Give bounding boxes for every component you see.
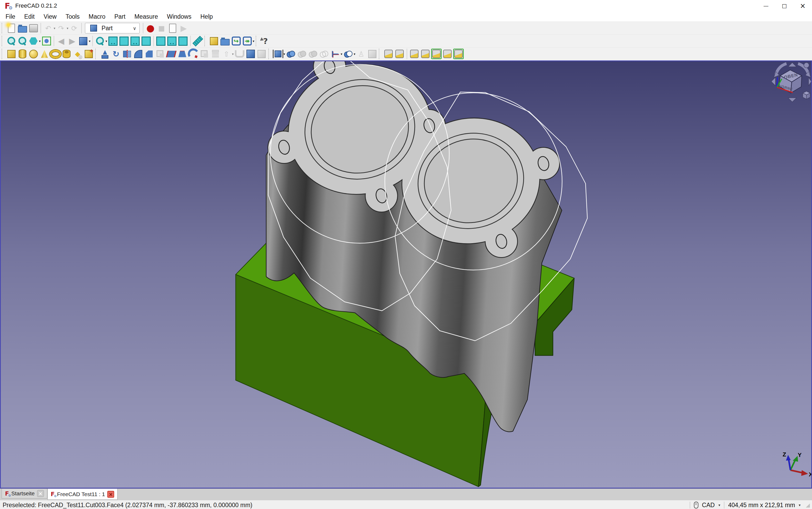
- view-bottom-button[interactable]: [166, 35, 177, 47]
- mirror-button[interactable]: [122, 48, 133, 60]
- color-per-face-button[interactable]: [256, 48, 267, 60]
- nav-back-button[interactable]: ◀: [56, 35, 67, 47]
- window-close-button[interactable]: ×: [793, 0, 812, 11]
- macro-record-button[interactable]: ●: [145, 22, 156, 34]
- extrude-button[interactable]: ▲: [99, 48, 110, 60]
- measure-clear-all-button[interactable]: ×: [420, 48, 431, 60]
- loft-button[interactable]: [177, 48, 188, 60]
- view-front-button[interactable]: [119, 35, 130, 47]
- view-dimensions[interactable]: 404,45 mm x 212,91 mm: [728, 502, 795, 509]
- toolbar-drag-handle[interactable]: [2, 23, 4, 33]
- tab-freecad-test11-1[interactable]: FFreeCAD Test11 : 1×: [47, 489, 118, 500]
- chevron-down-icon[interactable]: ▾: [718, 503, 720, 507]
- nav-style-selector[interactable]: CAD: [702, 502, 715, 509]
- fillet-button[interactable]: [133, 48, 143, 60]
- ruled-surface-button[interactable]: [166, 48, 177, 60]
- open-document-button[interactable]: [17, 22, 28, 34]
- shape-builder-button[interactable]: [83, 48, 94, 60]
- box-zoom-button[interactable]: [41, 35, 52, 47]
- measure-linear-button[interactable]: [383, 48, 394, 60]
- undo-button[interactable]: ↶▾: [43, 22, 56, 34]
- cross-sections-button[interactable]: [210, 48, 221, 60]
- chamfer-button[interactable]: [143, 48, 155, 60]
- view-sync-button[interactable]: ▾: [94, 35, 107, 47]
- create-part-button[interactable]: [208, 35, 220, 47]
- join-connect-button[interactable]: ⊢▾: [330, 48, 343, 60]
- boolean-operation-button[interactable]: [319, 48, 330, 60]
- measure-distance-button[interactable]: [192, 35, 203, 47]
- menu-part[interactable]: Part: [110, 11, 130, 22]
- macro-edit-button[interactable]: ✎: [167, 22, 178, 34]
- whats-this-button[interactable]: ?: [260, 35, 271, 47]
- defeaturing-button[interactable]: ♙: [356, 48, 367, 60]
- window-maximize-button[interactable]: □: [775, 0, 793, 11]
- view-rear-button[interactable]: [156, 35, 166, 47]
- view-top-button[interactable]: [130, 35, 141, 47]
- toolbar-drag-handle[interactable]: [256, 36, 258, 46]
- toolbar-drag-handle[interactable]: [95, 48, 98, 59]
- menu-view[interactable]: View: [39, 11, 61, 22]
- fit-all-button[interactable]: [6, 35, 17, 47]
- menu-help[interactable]: Help: [196, 11, 217, 22]
- boolean-union-button[interactable]: [285, 48, 296, 60]
- revolve-button[interactable]: ↻: [110, 48, 122, 60]
- toolbar-drag-handle[interactable]: [204, 36, 207, 46]
- window-minimize-button[interactable]: —: [757, 0, 775, 11]
- primitive-sphere-button[interactable]: [28, 48, 39, 60]
- make-link-button[interactable]: ↪: [231, 35, 242, 47]
- tab-close-button[interactable]: ×: [37, 490, 44, 497]
- toolbar-drag-handle[interactable]: [268, 48, 271, 59]
- draw-style-button[interactable]: ⊘▾: [28, 35, 41, 47]
- primitive-cylinder-button[interactable]: [17, 48, 28, 60]
- view-isometric-button[interactable]: ▾: [78, 35, 91, 47]
- thickness-button[interactable]: [234, 48, 245, 60]
- offset-button[interactable]: ⇧▾: [221, 48, 234, 60]
- boolean-common-button[interactable]: [307, 48, 319, 60]
- refine-shape-button[interactable]: ↶: [367, 48, 378, 60]
- split-slice-button[interactable]: ▾: [343, 48, 356, 60]
- toolbar-drag-handle[interactable]: [2, 48, 4, 59]
- nav-freemode-circle[interactable]: [804, 63, 809, 68]
- primitive-tube-button[interactable]: [61, 48, 72, 60]
- boolean-cut-button[interactable]: [296, 48, 307, 60]
- primitive-box-button[interactable]: [6, 48, 17, 60]
- menu-macro[interactable]: Macro: [84, 11, 110, 22]
- make-sub-link-button[interactable]: ↠▾: [242, 35, 255, 47]
- tab-startseite[interactable]: FStartseite×: [2, 489, 47, 499]
- nav-forward-button[interactable]: ▶: [67, 35, 78, 47]
- view-axonometric-button[interactable]: [107, 35, 119, 47]
- menu-file[interactable]: File: [1, 11, 20, 22]
- measure-refresh-button[interactable]: ↻: [409, 48, 420, 60]
- macro-stop-button[interactable]: ■: [156, 22, 167, 34]
- primitive-cone-button[interactable]: [39, 48, 50, 60]
- macro-play-button[interactable]: ▶: [178, 22, 189, 34]
- make-face-button[interactable]: [155, 48, 166, 60]
- toolbar-drag-handle[interactable]: [2, 36, 4, 46]
- fit-selection-button[interactable]: [17, 35, 28, 47]
- view-right-button[interactable]: [141, 35, 152, 47]
- nav-mini-cube[interactable]: [803, 91, 810, 99]
- measure-angular-button[interactable]: ∠: [394, 48, 405, 60]
- workbench-selector[interactable]: Part∨: [85, 23, 140, 33]
- measure-toggle-all-button[interactable]: ╱: [431, 48, 442, 60]
- sweep-button[interactable]: [188, 48, 199, 60]
- redo-button[interactable]: ↷▾: [56, 22, 69, 34]
- measure-toggle-delta-button[interactable]: [453, 48, 464, 60]
- create-primitives-button[interactable]: ◆: [72, 48, 83, 60]
- menu-measure[interactable]: Measure: [130, 11, 162, 22]
- menu-windows[interactable]: Windows: [162, 11, 196, 22]
- new-document-button[interactable]: [6, 22, 17, 34]
- menu-edit[interactable]: Edit: [20, 11, 39, 22]
- refresh-document-button[interactable]: ⟳: [69, 22, 80, 34]
- menu-tools[interactable]: Tools: [61, 11, 84, 22]
- view-left-button[interactable]: [177, 35, 189, 47]
- chevron-down-icon[interactable]: ▾: [799, 503, 801, 507]
- section-button[interactable]: [199, 48, 210, 60]
- project-on-surface-button[interactable]: F: [245, 48, 256, 60]
- compound-tools-button[interactable]: ▾: [272, 48, 286, 60]
- save-document-button[interactable]: ▼: [28, 22, 39, 34]
- measure-toggle-3d-button[interactable]: ╱: [442, 48, 453, 60]
- resize-grip-icon[interactable]: ◢: [806, 502, 810, 508]
- 3d-viewport[interactable]: OBEN VORNE X Y Z: [0, 61, 812, 488]
- primitive-torus-button[interactable]: [50, 48, 61, 60]
